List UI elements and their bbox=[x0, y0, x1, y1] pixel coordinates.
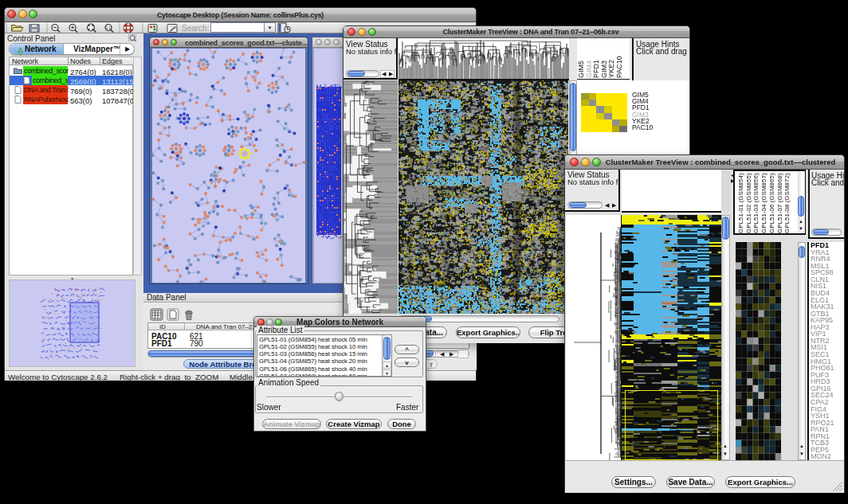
svg-text:1:1: 1:1 bbox=[106, 26, 112, 30]
